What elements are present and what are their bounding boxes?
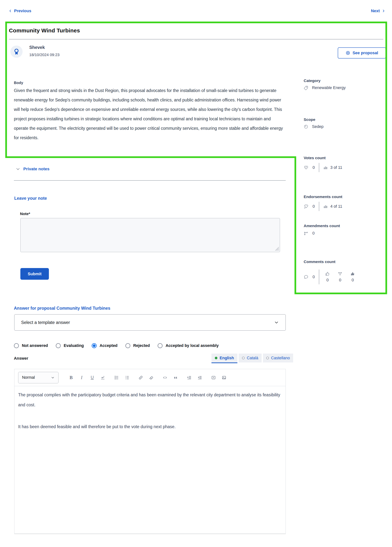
endorsements-count-row: 0 4 of 11 (304, 202, 342, 211)
category-value: Renewable Energy (312, 86, 346, 90)
divider (319, 269, 319, 284)
indent-increase-icon (187, 375, 192, 380)
tab-label: English (220, 356, 234, 360)
indent-increase-button[interactable] (187, 375, 192, 381)
editor-toolbar: Normal B I U (14, 369, 286, 386)
radio-not-answered[interactable]: Not answered (14, 343, 48, 348)
answer-editor: Normal B I U (14, 369, 286, 534)
scale-icon (338, 272, 342, 276)
tab-label: Català (247, 356, 258, 360)
avatar (10, 46, 23, 58)
image-icon (222, 375, 227, 380)
link-icon (138, 375, 143, 380)
translation-missing-icon (266, 357, 269, 359)
heart-plus-icon (304, 204, 309, 209)
blockquote-button[interactable] (173, 375, 178, 381)
translation-complete-icon (215, 357, 217, 359)
radio-icon (158, 343, 163, 348)
bullet-list-icon (125, 375, 130, 380)
previous-label: Previous (14, 8, 31, 13)
chevron-left-icon (8, 9, 12, 13)
indent-decrease-button[interactable] (197, 375, 202, 381)
bullet-list-button[interactable] (125, 375, 130, 381)
next-link[interactable]: Next (371, 8, 385, 13)
format-value: Normal (22, 375, 35, 380)
category-label: Category (304, 78, 321, 83)
submit-button[interactable]: Submit (20, 268, 49, 280)
answer-editor-content[interactable]: The proposal complies with the participa… (14, 386, 286, 532)
tab-catala[interactable]: Català (239, 354, 262, 362)
status-radio-group: Not answered Evaluating Accepted Rejecte… (14, 343, 219, 348)
radio-icon (14, 343, 19, 348)
line-break-button[interactable] (100, 375, 105, 381)
radio-icon (56, 343, 61, 348)
eraser-icon (149, 375, 154, 380)
chevron-down-icon (51, 376, 55, 379)
see-proposal-label: See proposal (353, 51, 378, 55)
proposal-body: Given the frequent and strong winds in t… (14, 86, 286, 143)
endorsements-ranking: 4 of 11 (330, 204, 342, 209)
image-button[interactable] (222, 375, 227, 381)
comments-count-label: Comments count (304, 260, 336, 264)
comments-positive-count: 0 (326, 278, 329, 282)
note-input[interactable] (20, 218, 280, 252)
heart-hand-icon (304, 165, 309, 170)
ordered-list-button[interactable] (114, 375, 119, 381)
format-select[interactable]: Normal (18, 372, 59, 383)
radio-label: Rejected (133, 343, 150, 348)
previous-link[interactable]: Previous (8, 8, 31, 13)
amendments-count: 0 (312, 231, 315, 236)
comments-count-row: 0 0 0 0 (304, 269, 357, 284)
clear-format-button[interactable] (149, 375, 154, 381)
notes-divider (14, 180, 286, 181)
comment-icon (304, 274, 309, 279)
video-icon (211, 375, 216, 380)
radio-accepted[interactable]: Accepted (92, 343, 117, 348)
radio-selected-icon (92, 343, 97, 348)
language-tabs: English Català Castellano (212, 354, 293, 362)
votes-count: 0 (313, 165, 315, 170)
bold-button[interactable]: B (69, 375, 74, 381)
scope-label: Scope (304, 117, 315, 122)
link-button[interactable] (138, 375, 143, 381)
italic-button[interactable]: I (79, 375, 84, 381)
answer-heading: Answer for proposal Community Wind Turbi… (14, 306, 110, 311)
tag-icon (304, 86, 308, 90)
radio-rejected[interactable]: Rejected (125, 343, 150, 348)
body-label: Body (14, 81, 23, 85)
radio-accepted-by-local-assembly[interactable]: Accepted by local assembly (158, 343, 219, 348)
video-button[interactable] (211, 375, 216, 381)
bar-chart-icon (323, 165, 328, 170)
tab-castellano[interactable]: Castellano (263, 354, 293, 362)
underline-button[interactable]: U (90, 375, 95, 381)
ordered-list-icon (114, 375, 119, 380)
radio-label: Evaluating (64, 343, 84, 348)
code-icon (163, 375, 167, 380)
template-answer-select[interactable]: Select a template answer (14, 314, 286, 331)
chevron-down-icon (15, 167, 20, 171)
author-date: 18/10/2024 09:23 (29, 53, 60, 57)
next-label: Next (371, 8, 380, 13)
comments-count: 0 (313, 275, 315, 279)
template-answer-placeholder: Select a template answer (21, 320, 70, 325)
note-label: Note* (20, 212, 30, 216)
see-proposal-button[interactable]: See proposal (338, 47, 386, 59)
comments-negative-count: 0 (352, 278, 354, 282)
indent-decrease-icon (197, 375, 202, 380)
votes-count-row: 0 3 of 11 (304, 163, 342, 172)
radio-evaluating[interactable]: Evaluating (56, 343, 84, 348)
scope-value: Sedep (312, 124, 323, 129)
bold-icon: B (70, 375, 73, 380)
private-notes-toggle[interactable]: Private notes (15, 167, 49, 171)
bar-chart-icon (323, 204, 328, 209)
radio-label: Not answered (22, 343, 48, 348)
tab-english[interactable]: English (212, 354, 237, 362)
scope-icon (304, 124, 308, 129)
radio-label: Accepted by local assembly (165, 343, 219, 348)
code-button[interactable] (163, 375, 167, 381)
votes-ranking: 3 of 11 (330, 165, 342, 170)
radio-icon (125, 343, 130, 348)
endorsements-count: 0 (313, 204, 315, 209)
answer-label: Answer (14, 356, 28, 361)
category-value-row: Renewable Energy (304, 86, 346, 90)
